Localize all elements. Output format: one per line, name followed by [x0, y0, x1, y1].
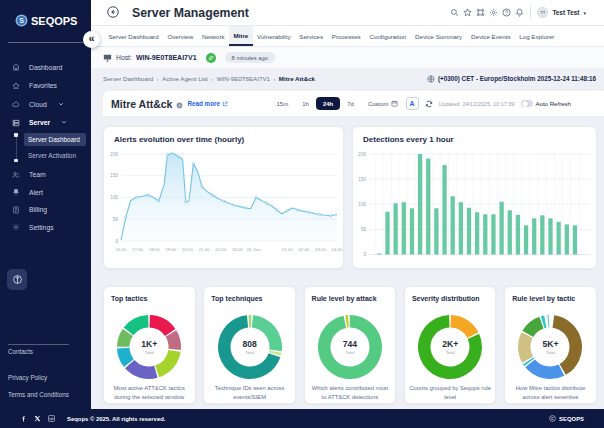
svg-text:24. Dec: 24. Dec [246, 247, 262, 252]
svg-text:16:00: 16:00 [116, 247, 127, 252]
svg-text:21:00: 21:00 [199, 247, 210, 252]
svg-text:02:00: 02:00 [298, 247, 309, 252]
svg-text:17:00: 17:00 [132, 247, 143, 252]
svg-text:20:00: 20:00 [182, 247, 193, 252]
svg-text:150: 150 [110, 173, 118, 178]
svg-text:50: 50 [361, 227, 367, 232]
svg-text:22:00: 22:00 [215, 247, 226, 252]
svg-text:100: 100 [110, 195, 118, 200]
svg-text:04:00: 04:00 [332, 247, 343, 252]
svg-text:23:00: 23:00 [232, 247, 243, 252]
svg-text:100: 100 [358, 202, 366, 207]
svg-text:19:00: 19:00 [165, 247, 176, 252]
svg-text:S: S [19, 17, 24, 24]
svg-text:200: 200 [110, 152, 118, 157]
svg-text:18:00: 18:00 [149, 247, 160, 252]
svg-text:03:00: 03:00 [315, 247, 326, 252]
svg-text:0: 0 [363, 252, 366, 257]
svg-text:01:00: 01:00 [282, 247, 293, 252]
svg-text:C: C [551, 417, 554, 421]
svg-text:0: 0 [115, 239, 118, 244]
svg-text:150: 150 [358, 177, 366, 182]
svg-text:200: 200 [358, 152, 366, 157]
svg-text:50: 50 [113, 217, 119, 222]
